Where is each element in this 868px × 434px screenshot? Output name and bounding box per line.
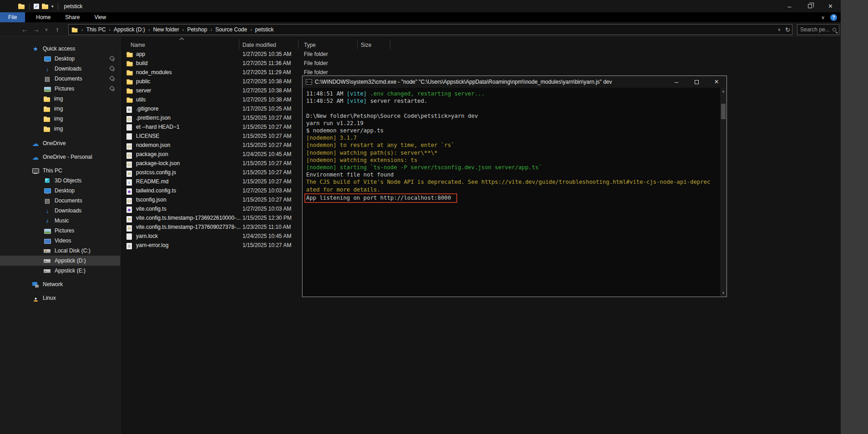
sidebar-item-this-pc[interactable]: This PC: [0, 166, 120, 176]
file-name: LICENSE: [136, 133, 159, 139]
tab-share[interactable]: Share: [58, 12, 87, 22]
scrollbar-thumb[interactable]: [721, 104, 726, 119]
sidebar-item-local-disk-c-[interactable]: Local Disk (C:): [0, 246, 120, 256]
breadcrumb-segment[interactable]: Appstick (D:): [114, 26, 145, 33]
sidebar-item-documents[interactable]: Documents: [0, 74, 120, 84]
sidebar-item-label: Documents: [55, 76, 82, 82]
cmd-scrollbar[interactable]: ▲ ▼: [720, 88, 727, 297]
address-dropdown-icon[interactable]: ∨: [778, 27, 781, 32]
cmd-maximize-button[interactable]: [686, 76, 707, 88]
sidebar-item-img[interactable]: img: [0, 114, 120, 124]
file-date-modified: 1/27/2025 10:38 AM: [242, 87, 291, 94]
column-header-size[interactable]: Size: [361, 42, 371, 48]
sidebar-item-label: Downloads: [55, 66, 81, 72]
sidebar-item-quick-access[interactable]: Quick access: [0, 44, 120, 54]
folder-icon: [44, 106, 50, 112]
file-date-modified: 1/27/2025 10:38 AM: [242, 78, 291, 85]
sidebar-item-label: Documents: [55, 197, 82, 204]
sidebar-item-onedrive-personal[interactable]: OneDrive - Personal: [0, 152, 120, 162]
close-button[interactable]: ×: [820, 0, 841, 12]
sidebar-item-label: Videos: [55, 237, 71, 244]
column-divider[interactable]: [357, 39, 358, 49]
terminal-text: [nodemon] watching path(s): server\**\*: [306, 150, 438, 156]
recent-locations-icon[interactable]: ∨: [43, 24, 50, 35]
file-name: yarn.lock: [136, 233, 158, 239]
tab-home[interactable]: Home: [29, 12, 58, 22]
terminal-line: ated for more details.: [306, 186, 720, 193]
address-bar[interactable]: ›This PC›Appstick (D:)›New folder›Petsho…: [68, 24, 792, 35]
sidebar-item-linux[interactable]: Linux: [0, 293, 120, 303]
terminal-text: server restarted.: [367, 98, 427, 104]
sidebar-item-documents[interactable]: Documents: [0, 196, 120, 206]
column-divider[interactable]: [390, 39, 390, 49]
file-date-modified: 1/15/2025 12:30 PM: [242, 215, 292, 221]
restore-button[interactable]: [800, 0, 820, 12]
refresh-icon[interactable]: ↻: [785, 26, 790, 33]
sidebar-item-label: img: [54, 96, 63, 102]
sidebar-item-img[interactable]: img: [0, 104, 120, 114]
file-row[interactable]: build1/27/2025 11:36 AMFile folder: [121, 59, 841, 68]
file-name: node_modules: [136, 69, 172, 76]
sidebar-item-onedrive[interactable]: OneDrive: [0, 138, 120, 148]
file-name: nodemon.json: [136, 142, 170, 148]
terminal-line: The CJS build of Vite's Node API is depr…: [306, 178, 720, 186]
sidebar-item-label: Appstick (D:): [55, 257, 86, 264]
sidebar-item-appstick-e-[interactable]: Appstick (E:): [0, 266, 120, 276]
breadcrumb-segment[interactable]: Source Code: [215, 26, 247, 33]
sidebar-item-videos[interactable]: Videos: [0, 236, 120, 246]
column-divider[interactable]: [239, 39, 239, 49]
file-date-modified: 1/15/2025 10:27 AM: [242, 178, 291, 185]
scroll-up-icon[interactable]: ▲: [720, 88, 727, 95]
ribbon-tab-bar: File Home Share View ∨ ?: [0, 12, 841, 22]
column-header-date[interactable]: Date modified: [242, 42, 276, 48]
file-row[interactable]: app1/27/2025 10:35 AMFile folder: [121, 50, 841, 59]
sidebar-item-img[interactable]: img: [0, 94, 120, 104]
collapse-ribbon-icon[interactable]: ∨: [821, 15, 825, 20]
help-icon[interactable]: ?: [830, 14, 837, 21]
column-header-name[interactable]: Name: [131, 42, 145, 48]
search-input[interactable]: Search pe...: [797, 24, 839, 35]
search-icon: [833, 28, 836, 31]
star-icon: [32, 45, 39, 52]
breadcrumb-segment[interactable]: This PC: [86, 26, 106, 33]
sidebar-item-img[interactable]: img: [0, 124, 120, 134]
file-date-modified: 1/24/2025 10:45 AM: [242, 151, 291, 157]
sidebar-item-music[interactable]: Music: [0, 216, 120, 226]
sidebar-item-network[interactable]: Network: [0, 279, 120, 289]
new-folder-icon[interactable]: [42, 3, 49, 9]
sidebar-item-3d-objects[interactable]: 3D Objects: [0, 176, 120, 186]
column-header-type[interactable]: Type: [304, 42, 316, 48]
column-divider[interactable]: [298, 39, 298, 49]
forward-icon[interactable]: →: [31, 24, 42, 35]
sidebar-item-label: Quick access: [43, 45, 75, 52]
minimize-button[interactable]: –: [779, 0, 800, 12]
scroll-down-icon[interactable]: ▼: [720, 290, 727, 297]
tab-file[interactable]: File: [0, 12, 25, 22]
sidebar-item-downloads[interactable]: Downloads: [0, 206, 120, 216]
properties-check-icon[interactable]: ✓: [34, 4, 39, 9]
tab-view[interactable]: View: [87, 12, 113, 22]
sidebar-item-desktop[interactable]: Desktop: [0, 186, 120, 196]
file-name: app: [136, 51, 145, 57]
download-icon: [44, 66, 51, 72]
up-icon[interactable]: ↑: [52, 24, 63, 35]
sidebar-item-label: Pictures: [55, 86, 74, 92]
sidebar-item-pictures[interactable]: Pictures: [0, 226, 120, 236]
cmd-titlebar: C:\ C:\WINDOWS\system32\cmd.exe - "node"…: [303, 76, 727, 88]
breadcrumb-segment[interactable]: Petshop: [187, 26, 207, 33]
back-icon[interactable]: ←: [19, 24, 30, 35]
breadcrumb-segment[interactable]: petstick: [255, 26, 274, 33]
cmd-minimize-button[interactable]: –: [666, 76, 686, 88]
sidebar-item-appstick-d-[interactable]: Appstick (D:): [0, 256, 120, 266]
breadcrumb-segment[interactable]: New folder: [153, 26, 179, 33]
qat-dropdown-icon[interactable]: ▾: [51, 4, 54, 9]
cmd-close-button[interactable]: ×: [707, 76, 727, 88]
sidebar-item-pictures[interactable]: Pictures: [0, 84, 120, 94]
file-file-icon: [126, 133, 132, 140]
sidebar-item-desktop[interactable]: Desktop: [0, 54, 120, 64]
sidebar-item-downloads[interactable]: Downloads: [0, 64, 120, 74]
network-icon: [32, 281, 39, 288]
pic-icon: [44, 227, 51, 234]
file-date-modified: 1/24/2025 10:45 AM: [242, 233, 291, 239]
terminal-text: 11:48:52 AM: [306, 98, 347, 104]
